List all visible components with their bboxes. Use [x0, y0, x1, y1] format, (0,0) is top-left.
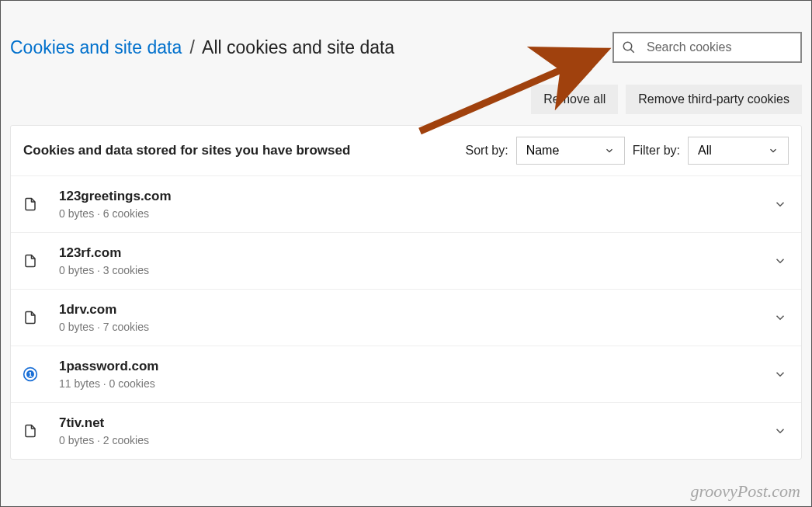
site-name: 1drv.com	[59, 302, 773, 318]
sort-value: Name	[526, 144, 560, 158]
site-meta: 11 bytes · 0 cookies	[59, 377, 773, 390]
site-icon	[22, 422, 39, 439]
sort-label: Sort by:	[466, 144, 508, 158]
site-row[interactable]: 1drv.com0 bytes · 7 cookies	[11, 290, 801, 346]
breadcrumb-link[interactable]: Cookies and site data	[10, 37, 182, 57]
watermark: groovyPost.com	[690, 481, 800, 502]
chevron-down-icon	[604, 145, 615, 156]
site-row[interactable]: 123rf.com0 bytes · 3 cookies	[11, 233, 801, 290]
search-icon	[622, 40, 636, 54]
site-meta: 0 bytes · 7 cookies	[59, 321, 773, 333]
svg-text:1: 1	[29, 370, 33, 378]
card-title: Cookies and data stored for sites you ha…	[23, 143, 350, 158]
cookies-card: Cookies and data stored for sites you ha…	[10, 125, 802, 460]
site-name: 7tiv.net	[59, 415, 773, 431]
remove-third-party-button[interactable]: Remove third-party cookies	[626, 85, 802, 114]
chevron-down-icon	[773, 367, 787, 381]
site-row[interactable]: 123greetings.com0 bytes · 6 cookies	[11, 176, 801, 233]
site-row[interactable]: 7tiv.net0 bytes · 2 cookies	[11, 403, 801, 459]
chevron-down-icon	[773, 424, 787, 438]
site-meta: 0 bytes · 2 cookies	[59, 434, 773, 446]
filter-label: Filter by:	[633, 144, 680, 158]
site-name: 1password.com	[59, 359, 773, 374]
svg-line-1	[630, 49, 634, 53]
filter-dropdown[interactable]: All	[688, 137, 789, 165]
chevron-down-icon	[773, 311, 787, 325]
search-input[interactable]	[647, 40, 793, 54]
site-icon	[22, 252, 39, 269]
breadcrumb: Cookies and site data / All cookies and …	[10, 37, 394, 58]
site-meta: 0 bytes · 3 cookies	[59, 264, 773, 276]
chevron-down-icon	[773, 197, 787, 211]
chevron-down-icon	[768, 145, 779, 156]
breadcrumb-current: All cookies and site data	[202, 37, 394, 57]
site-icon	[22, 309, 39, 326]
chevron-down-icon	[773, 254, 787, 268]
site-icon: 1	[22, 366, 39, 383]
site-name: 123greetings.com	[59, 189, 773, 204]
svg-point-0	[623, 42, 632, 50]
sort-dropdown[interactable]: Name	[516, 137, 625, 165]
remove-all-button[interactable]: Remove all	[531, 85, 618, 114]
filter-value: All	[698, 144, 712, 158]
search-box[interactable]	[612, 32, 802, 63]
breadcrumb-separator: /	[187, 37, 198, 57]
site-meta: 0 bytes · 6 cookies	[59, 207, 773, 220]
site-row[interactable]: 11password.com11 bytes · 0 cookies	[11, 346, 801, 403]
site-icon	[22, 196, 39, 213]
site-name: 123rf.com	[59, 245, 773, 261]
